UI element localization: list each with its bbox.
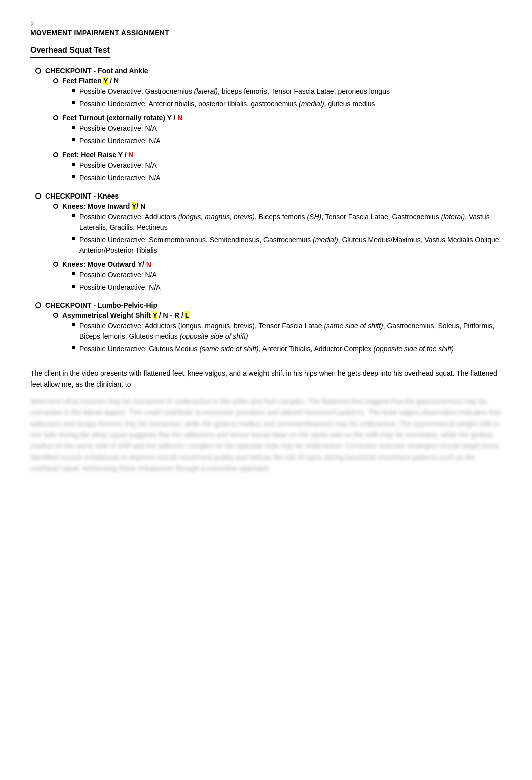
feet-turnout-content: Feet Turnout (externally rotate) Y / N P… <box>62 114 502 148</box>
asymmetrical-overactive-text: Possible Overactive: Adductors (longus, … <box>79 321 502 342</box>
checkpoint-foot-ankle-label: CHECKPOINT - Foot and Ankle <box>45 67 148 75</box>
square-bullet <box>72 89 75 92</box>
heel-raise-overactive: Possible Overactive: N/A <box>72 160 502 171</box>
blurred-continuation: determine what muscles may be overactive… <box>30 396 502 474</box>
square-bullet <box>72 346 75 349</box>
knees-outward-item: Knees: Move Outward Y/ N Possible Overac… <box>53 260 502 295</box>
circle-bullet-3 <box>35 302 41 308</box>
feet-flatten-item: Feet Flatten Y / N Possible Overactive: … <box>53 77 502 111</box>
square-bullet <box>72 285 75 288</box>
heel-raise-label: Feet: Heel Raise Y / N <box>62 151 134 159</box>
square-bullet <box>72 175 75 178</box>
heel-raise-item: Feet: Heel Raise Y / N Possible Overacti… <box>53 151 502 185</box>
biceps-sh-italic: (SH) <box>307 213 321 221</box>
conclusion-paragraph: The client in the video presents with fl… <box>30 368 502 391</box>
heel-raise-underactive-text: Possible Underactive: N/A <box>79 173 502 183</box>
feet-flatten-label: Feet Flatten Y / N <box>62 77 119 85</box>
page-number: 2 <box>30 20 502 28</box>
circle-bullet-asymmetrical <box>53 313 58 318</box>
asymmetrical-underactive: Possible Underactive: Gluteus Medius (sa… <box>72 344 502 354</box>
feet-turnout-item: Feet Turnout (externally rotate) Y / N P… <box>53 114 502 148</box>
knees-inward-label: Knees: Move Inward Y/ N <box>62 202 145 210</box>
checkpoint-knees-content: CHECKPOINT - Knees Knees: Move Inward Y/… <box>45 192 502 297</box>
feet-turnout-underactive-text: Possible Underactive: N/A <box>79 136 502 146</box>
square-bullet <box>72 272 75 275</box>
asymmetrical-bullets: Possible Overactive: Adductors (longus, … <box>72 321 502 354</box>
checkpoint-list: CHECKPOINT - Foot and Ankle Feet Flatten… <box>35 67 502 359</box>
circle-bullet-knees-inward <box>53 204 58 209</box>
lumbo-items: Asymmetrical Weight Shift Y / N - R / L … <box>53 311 502 356</box>
feet-flatten-bold: Feet Flatten Y / N <box>62 77 119 85</box>
heel-raise-content: Feet: Heel Raise Y / N Possible Overacti… <box>62 151 502 185</box>
circle-bullet-feet-flatten <box>53 78 58 83</box>
knees-outward-label: Knees: Move Outward Y/ N <box>62 260 151 268</box>
tfl-same-italic: (same side of shift) <box>324 322 383 330</box>
asymmetrical-overactive: Possible Overactive: Adductors (longus, … <box>72 321 502 342</box>
feet-turnout-label: Feet Turnout (externally rotate) Y / N <box>62 114 182 122</box>
adductor-opp-italic: (opposite side of the shift) <box>374 345 454 353</box>
knees-inward-content: Knees: Move Inward Y/ N Possible Overact… <box>62 202 502 258</box>
square-bullet <box>72 237 75 240</box>
knees-inward-overactive-text: Possible Overactive: Adductors (longus, … <box>79 212 502 233</box>
content-area: CHECKPOINT - Foot and Ankle Feet Flatten… <box>30 67 502 474</box>
feet-turnout-bullets: Possible Overactive: N/A Possible Undera… <box>72 123 502 146</box>
knees-inward-underactive: Possible Underactive: Semimembranous, Se… <box>72 235 502 256</box>
feet-flatten-overactive-text: Possible Overactive: Gastrocnemius (late… <box>79 86 502 97</box>
knees-outward-overactive: Possible Overactive: N/A <box>72 270 502 280</box>
gastrocnemius-med-italic: (medial) <box>313 236 338 244</box>
knees-inward-bullets: Possible Overactive: Adductors (longus, … <box>72 212 502 256</box>
knees-inward-item: Knees: Move Inward Y/ N Possible Overact… <box>53 202 502 258</box>
square-bullet <box>72 126 75 129</box>
square-bullet <box>72 138 75 141</box>
feet-turnout-overactive: Possible Overactive: N/A <box>72 123 502 134</box>
square-bullet <box>72 163 75 166</box>
feet-flatten-underactive-text: Possible Underactive: Anterior tibialis,… <box>79 99 502 109</box>
doc-title: MOVEMENT IMPAIRMENT ASSIGNMENT <box>30 29 502 37</box>
circle-bullet-feet-turnout <box>53 115 58 120</box>
checkpoint-lumbo-label: CHECKPOINT - Lumbo-Pelvic-Hip <box>45 301 157 309</box>
knees-inward-overactive: Possible Overactive: Adductors (longus, … <box>72 212 502 233</box>
heel-raise-bullets: Possible Overactive: N/A Possible Undera… <box>72 160 502 183</box>
knees-outward-bullets: Possible Overactive: N/A Possible Undera… <box>72 270 502 293</box>
feet-turnout-n: N <box>177 114 182 122</box>
gastrocnemius-medial-italic: (medial) <box>299 100 324 108</box>
feet-flatten-overactive: Possible Overactive: Gastrocnemius (late… <box>72 86 502 97</box>
knees-outward-underactive: Possible Underactive: N/A <box>72 282 502 293</box>
heel-raise-overactive-text: Possible Overactive: N/A <box>79 160 502 171</box>
feet-flatten-y: Y <box>103 77 108 85</box>
heel-raise-n: N <box>129 151 134 159</box>
asymmetrical-y: Y <box>153 311 157 319</box>
knees-outward-content: Knees: Move Outward Y/ N Possible Overac… <box>62 260 502 295</box>
checkpoint-foot-ankle: CHECKPOINT - Foot and Ankle Feet Flatten… <box>35 67 502 188</box>
feet-turnout-underactive: Possible Underactive: N/A <box>72 136 502 146</box>
asymmetrical-content: Asymmetrical Weight Shift Y / N - R / L … <box>62 311 502 356</box>
feet-flatten-underactive: Possible Underactive: Anterior tibialis,… <box>72 99 502 109</box>
knees-outward-n: N <box>146 260 151 268</box>
feet-flatten-bullets: Possible Overactive: Gastrocnemius (late… <box>72 86 502 109</box>
section-title: Overhead Squat Test <box>30 46 110 58</box>
adductors-italic: (longus, magnus, brevis) <box>178 213 255 221</box>
knees-outward-underactive-text: Possible Underactive: N/A <box>79 282 502 293</box>
glut-same-italic: (same side of shift) <box>199 345 258 353</box>
square-bullet <box>72 214 75 217</box>
checkpoint-foot-ankle-content: CHECKPOINT - Foot and Ankle Feet Flatten… <box>45 67 502 188</box>
heel-raise-underactive: Possible Underactive: N/A <box>72 173 502 183</box>
circle-bullet-2 <box>35 193 41 199</box>
square-bullet <box>72 101 75 104</box>
knees-inward-underactive-text: Possible Underactive: Semimembranous, Se… <box>79 235 502 256</box>
knees-inward-y: Y <box>132 202 136 210</box>
gastrocnemius-lat-italic: (lateral) <box>441 213 465 221</box>
circle-bullet-heel-raise <box>53 152 58 157</box>
gastrocnemius-italic: (lateral) <box>194 87 218 95</box>
checkpoint-knees: CHECKPOINT - Knees Knees: Move Inward Y/… <box>35 192 502 297</box>
feet-turnout-overactive-text: Possible Overactive: N/A <box>79 123 502 134</box>
asymmetrical-l: L <box>185 311 190 319</box>
asymmetrical-underactive-text: Possible Underactive: Gluteus Medius (sa… <box>79 344 502 354</box>
checkpoint-knees-label: CHECKPOINT - Knees <box>45 192 119 200</box>
feet-flatten-content: Feet Flatten Y / N Possible Overactive: … <box>62 77 502 111</box>
asymmetrical-label: Asymmetrical Weight Shift Y / N - R / L <box>62 311 189 319</box>
circle-bullet-1 <box>35 68 41 74</box>
asymmetrical-item: Asymmetrical Weight Shift Y / N - R / L … <box>53 311 502 356</box>
knees-outward-overactive-text: Possible Overactive: N/A <box>79 270 502 280</box>
checkpoint-lumbo: CHECKPOINT - Lumbo-Pelvic-Hip Asymmetric… <box>35 301 502 359</box>
